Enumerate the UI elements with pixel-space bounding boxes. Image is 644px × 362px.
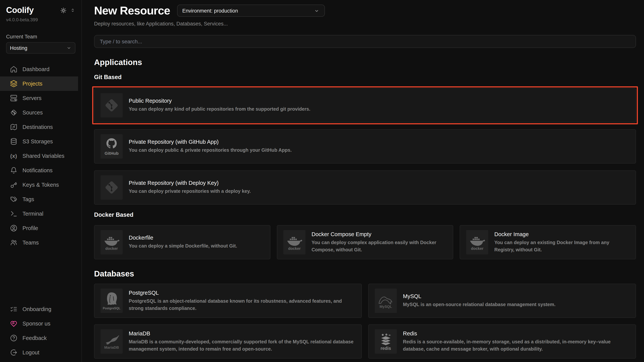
card-title: Redis [403, 331, 630, 337]
sidebar-item-teams[interactable]: Teams [0, 235, 78, 250]
section-title-databases: Databases [94, 269, 636, 278]
sidebar-item-projects[interactable]: Projects [0, 76, 78, 91]
sidebar-item-terminal[interactable]: Terminal [0, 206, 78, 221]
svg-text:docker: docker [105, 246, 118, 251]
card-docker-image[interactable]: docker Docker Image You can deploy an ex… [460, 225, 636, 259]
search-input[interactable] [94, 35, 636, 48]
sidebar-item-servers[interactable]: Servers [0, 91, 78, 105]
main-content: New Resource Environment: production Dep… [82, 0, 644, 362]
sidebar-item-label: Sources [22, 110, 43, 116]
user-circle-icon [10, 224, 18, 232]
chevron-down-icon [314, 8, 319, 13]
sidebar-item-sponsor-us[interactable]: Sponsor us [0, 316, 78, 331]
card-redis[interactable]: redis Redis Redis is a source-available,… [368, 324, 636, 359]
sidebar-item-label: Dashboard [22, 66, 50, 72]
git-logo [100, 175, 123, 200]
git-based-cards: Public Repository You can deploy any kin… [94, 88, 636, 204]
tags-icon [10, 195, 18, 203]
sidebar-item-label: Notifications [22, 167, 52, 174]
svg-text:docker: docker [288, 246, 301, 251]
logout-icon [10, 349, 18, 356]
card-private-repository-deploy-key[interactable]: Private Repository (with Deploy Key) You… [94, 170, 636, 204]
sidebar-item-feedback[interactable]: Feedback [0, 331, 78, 345]
card-desc: MySQL is an open-source relational datab… [403, 301, 556, 308]
theme-sun-icon[interactable] [60, 7, 67, 13]
app-version: v4.0.0-beta.399 [6, 17, 76, 22]
home-icon [10, 65, 18, 73]
sidebar-item-label: Tags [22, 196, 34, 202]
sidebar-item-tags[interactable]: Tags [0, 192, 78, 206]
github-logo: GitHub [100, 134, 123, 159]
sidebar-item-sources[interactable]: Sources [0, 105, 78, 120]
subsection-title-git-based: Git Based [94, 74, 636, 81]
team-select-value: Hosting [10, 45, 28, 51]
card-mariadb[interactable]: MariaDB MariaDB MariaDB is a community-d… [94, 324, 362, 359]
sidebar-item-label: Servers [22, 95, 42, 101]
card-title: Private Repository (with GitHub App) [129, 139, 292, 145]
variables-icon: (x) [10, 152, 18, 160]
key-icon [10, 181, 18, 188]
environment-select[interactable]: Environment: production [177, 4, 325, 17]
docker-logo: docker [283, 230, 306, 254]
terminal-icon [10, 210, 18, 217]
server-icon [10, 94, 18, 102]
sidebar-item-label: Shared Variables [22, 153, 64, 159]
svg-text:GitHub: GitHub [104, 151, 118, 156]
sidebar-item-notifications[interactable]: Notifications [0, 163, 78, 178]
docker-logo: docker [100, 230, 123, 254]
sidebar-item-label: Sponsor us [22, 321, 50, 327]
postgresql-logo: PostgreSQL [100, 289, 123, 313]
theme-switcher-chevrons-icon[interactable] [70, 7, 76, 13]
subsection-title-docker-based: Docker Based [94, 211, 636, 218]
sidebar-item-label: Terminal [22, 211, 44, 217]
svg-text:PostgreSQL: PostgreSQL [103, 307, 120, 310]
sidebar-item-logout[interactable]: Logout [0, 345, 78, 360]
card-title: Private Repository (with Deploy Key) [129, 180, 251, 186]
database-icon [10, 138, 18, 145]
sidebar-nav: Dashboard Projects Servers Sources Desti… [0, 62, 82, 250]
card-title: PostgreSQL [129, 290, 355, 296]
bell-icon [10, 167, 18, 174]
sidebar-item-label: Destinations [22, 124, 53, 130]
card-docker-compose-empty[interactable]: docker Docker Compose Empty You can depl… [277, 225, 453, 259]
sidebar-item-keys-tokens[interactable]: Keys & Tokens [0, 178, 78, 192]
sidebar-item-onboarding[interactable]: Onboarding [0, 302, 78, 316]
chevron-down-icon [66, 45, 72, 51]
card-title: Dockerfile [129, 235, 237, 241]
redis-logo: redis [375, 329, 397, 354]
sidebar-item-label: Projects [22, 81, 42, 87]
card-postgresql[interactable]: PostgreSQL PostgreSQL PostgreSQL is an o… [94, 284, 362, 318]
card-desc: You can deploy public & private reposito… [129, 147, 292, 154]
sidebar-item-destinations[interactable]: Destinations [0, 120, 78, 134]
sidebar-footer-nav: Onboarding Sponsor us Feedback Logout [0, 302, 82, 360]
page-title: New Resource [94, 4, 170, 17]
sidebar-item-profile[interactable]: Profile [0, 221, 78, 235]
help-circle-icon [10, 334, 18, 342]
card-public-repository[interactable]: Public Repository You can deploy any kin… [94, 88, 636, 122]
database-cards: PostgreSQL PostgreSQL PostgreSQL is an o… [94, 284, 636, 362]
sidebar-item-dashboard[interactable]: Dashboard [0, 62, 78, 76]
card-title: MariaDB [129, 331, 355, 337]
layers-icon [10, 80, 18, 87]
sidebar-item-s3-storages[interactable]: S3 Storages [0, 134, 78, 149]
card-desc: You can deploy an existing Docker Image … [494, 239, 630, 253]
team-select[interactable]: Hosting [6, 42, 76, 54]
docker-logo: docker [466, 230, 488, 254]
card-desc: You can deploy a simple Dockerfile, with… [129, 243, 237, 250]
card-private-repository-github-app[interactable]: GitHub Private Repository (with GitHub A… [94, 129, 636, 164]
card-desc: You can deploy private repositories with… [129, 188, 251, 195]
card-desc: MariaDB is a community-developed, commer… [129, 339, 355, 353]
card-title: MySQL [403, 293, 556, 299]
mysql-logo: MySQL [375, 289, 397, 313]
card-mysql[interactable]: MySQL MySQL MySQL is an open-source rela… [368, 284, 636, 318]
mariadb-logo: MariaDB [100, 329, 123, 354]
sidebar-item-label: Logout [22, 350, 40, 356]
svg-text:MariaDB: MariaDB [104, 346, 119, 350]
brand-logo[interactable]: Coolify [6, 5, 34, 15]
sidebar-item-label: Feedback [22, 335, 47, 341]
card-dockerfile[interactable]: docker Dockerfile You can deploy a simpl… [94, 225, 270, 259]
sidebar: Coolify v4.0.0-beta.399 Current Team Hos… [0, 0, 82, 362]
card-desc: PostgreSQL is an object-relational datab… [129, 298, 355, 312]
sidebar-item-shared-variables[interactable]: (x) Shared Variables [0, 149, 78, 163]
environment-select-value: Environment: production [182, 8, 238, 13]
